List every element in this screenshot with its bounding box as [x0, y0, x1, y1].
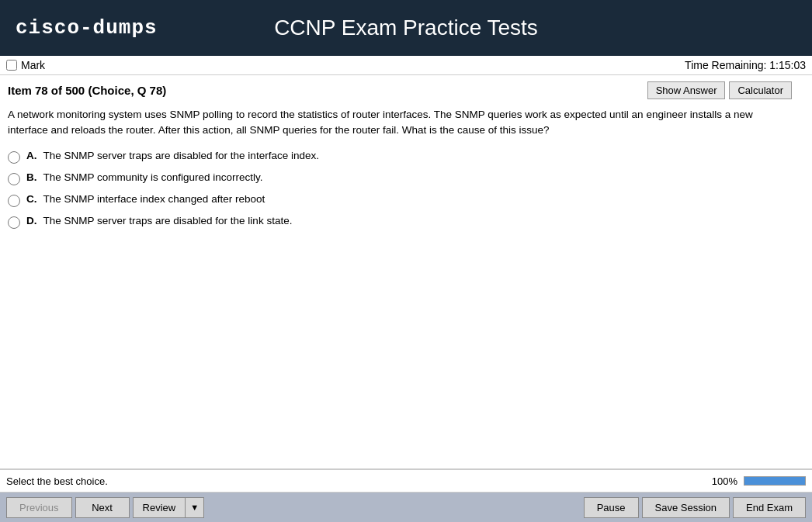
right-nav-buttons: Pause Save Session End Exam [584, 497, 806, 518]
option-letter-c: C. [26, 193, 37, 205]
review-dropdown-button[interactable]: ▼ [185, 497, 204, 518]
item-header: Item 78 of 500 (Choice, Q 78) Show Answe… [8, 81, 792, 99]
mark-checkbox[interactable] [6, 60, 17, 71]
progress-bar-container [744, 476, 806, 486]
option-text-a: The SNMP server traps are disabled for t… [43, 150, 319, 161]
save-session-button[interactable]: Save Session [642, 497, 730, 518]
mark-area: Mark [6, 59, 45, 71]
option-row-c: C. The SNMP interface index changed afte… [8, 193, 792, 207]
progress-pct: 100% [712, 475, 737, 487]
timer: Time Remaining: 1:15:03 [685, 59, 806, 71]
timer-label: Time Remaining: [685, 59, 766, 71]
progress-bar-fill [744, 477, 805, 485]
show-answer-button[interactable]: Show Answer [647, 81, 726, 99]
option-row-a: A. The SNMP server traps are disabled fo… [8, 150, 792, 164]
option-text-b: The SNMP community is configured incorre… [43, 171, 263, 183]
question-area: Item 78 of 500 (Choice, Q 78) Show Answe… [0, 75, 812, 469]
option-radio-b[interactable] [8, 173, 20, 185]
header: cisco-dumps CCNP Exam Practice Tests [0, 0, 812, 56]
option-text-d: The SNMP server traps are disabled for t… [43, 215, 293, 226]
topbar: Mark Time Remaining: 1:15:03 [0, 56, 812, 75]
progress-area: 100% [712, 475, 806, 487]
status-text: Select the best choice. [6, 475, 108, 487]
option-letter-b: B. [26, 171, 37, 183]
question-content-wrapper: Item 78 of 500 (Choice, Q 78) Show Answe… [8, 81, 804, 229]
previous-button[interactable]: Previous [6, 497, 72, 518]
action-buttons: Show Answer Calculator [647, 81, 792, 99]
page-title: CCNP Exam Practice Tests [274, 16, 538, 40]
navbar: Previous Next Review ▼ Pause Save Sessio… [0, 493, 812, 522]
next-button[interactable]: Next [75, 497, 130, 518]
option-row-d: D. The SNMP server traps are disabled fo… [8, 215, 792, 229]
review-button[interactable]: Review [133, 497, 186, 518]
timer-value: 1:15:03 [769, 59, 806, 71]
mark-label: Mark [21, 59, 45, 71]
question-text: A network monitoring system uses SNMP po… [8, 107, 792, 139]
review-btn-group: Review ▼ [133, 497, 205, 518]
statusbar: Select the best choice. 100% [0, 469, 812, 493]
option-radio-c[interactable] [8, 195, 20, 207]
option-text-c: The SNMP interface index changed after r… [43, 193, 265, 205]
pause-button[interactable]: Pause [584, 497, 639, 518]
left-nav-buttons: Previous Next Review ▼ [6, 497, 204, 518]
option-letter-d: D. [26, 215, 37, 226]
option-radio-a[interactable] [8, 151, 20, 164]
option-letter-a: A. [26, 150, 37, 161]
calculator-button[interactable]: Calculator [729, 81, 792, 99]
logo: cisco-dumps [16, 16, 158, 40]
item-info: Item 78 of 500 (Choice, Q 78) [8, 84, 166, 97]
end-exam-button[interactable]: End Exam [733, 497, 806, 518]
option-radio-d[interactable] [8, 216, 20, 229]
option-row-b: B. The SNMP community is configured inco… [8, 171, 792, 185]
